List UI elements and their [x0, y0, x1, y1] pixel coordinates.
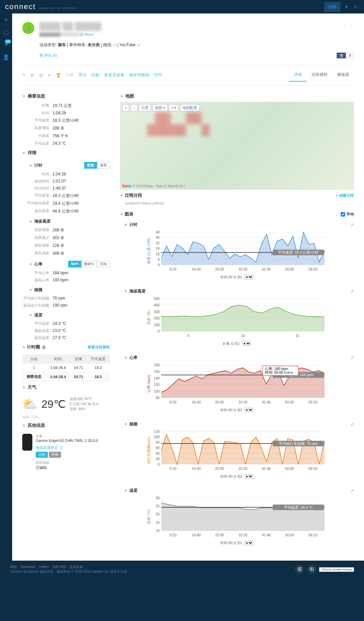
map-layers-button[interactable]: ≡ ▾: [169, 104, 179, 111]
svg-text:5: 5: [187, 334, 189, 338]
map-provider-button[interactable]: 百度: [139, 104, 151, 111]
bpm-pill[interactable]: bpm: [68, 261, 81, 267]
tab-segments[interactable]: 分段资料: [307, 68, 332, 82]
svg-text:20: 20: [156, 457, 160, 461]
disable-button[interactable]: 停用: [49, 452, 61, 458]
temp-header[interactable]: ▼温度: [22, 309, 110, 320]
xaxis-select[interactable]: ▾: [244, 540, 253, 545]
sport-button[interactable]: 运动: [324, 2, 340, 12]
star-icon[interactable]: ★: [48, 73, 51, 78]
add-icon[interactable]: +: [352, 4, 359, 9]
chart-svg[interactable]: 081624324048 平均速度: 18.3 公里/小时 8:2016:402…: [120, 229, 354, 273]
segments-header[interactable]: ▼ 过程分段 + 创建分段: [120, 190, 354, 201]
stat-label: 平均温度: [22, 141, 53, 146]
badge-icon-1[interactable]: 值: [295, 565, 304, 574]
expand-icon[interactable]: ⤢: [351, 422, 354, 426]
trophy-icon[interactable]: 🏆: [56, 73, 61, 78]
chart-svg[interactable]: 0100200300400500 51015 高度 (米): [120, 295, 354, 339]
other-header[interactable]: ▼其他信息: [22, 420, 110, 431]
chart-svg[interactable]: 1015202530 平均温度: 24.3 °C 8:2016:4025:003…: [120, 495, 354, 539]
stat-value: 164 bpm: [53, 271, 68, 276]
map-config-button[interactable]: 地图配置: [180, 104, 200, 111]
zoom-in-button[interactable]: +: [122, 104, 129, 111]
delete-icon[interactable]: 🗑: [30, 73, 34, 78]
tab-player[interactable]: 播放器: [332, 68, 354, 82]
notifications-icon[interactable]: ✦20: [4, 41, 8, 48]
svg-text:400: 400: [154, 303, 160, 307]
brand-logo: connect: [5, 2, 36, 11]
expand-icon[interactable]: ⤢: [351, 289, 354, 293]
expand-icon[interactable]: ⤢: [351, 356, 354, 360]
comments-link[interactable]: 赞 评论 (0): [39, 53, 57, 58]
weather-header[interactable]: ▼天气: [22, 382, 110, 393]
svg-text:100: 100: [154, 323, 160, 327]
badge-icon-2[interactable]: 佢: [307, 565, 316, 574]
expand-icon[interactable]: ⤢: [351, 223, 354, 227]
hr-header[interactable]: ▼心率 bpm最高%区间: [22, 257, 110, 270]
summary-header[interactable]: ▼摘要信息: [22, 90, 110, 102]
create-segment-link[interactable]: + 创建分段: [336, 193, 354, 198]
map-header[interactable]: ▼地图: [120, 90, 354, 102]
timing-header[interactable]: ▼计时 配速速度: [22, 159, 110, 171]
xaxis-select[interactable]: ▾: [244, 275, 253, 280]
pace-pill[interactable]: 配速: [84, 162, 97, 169]
view-segments-link[interactable]: 查看分段资料: [88, 345, 110, 350]
laps-header[interactable]: ▼ 计时圈 1 查看分段资料: [22, 341, 110, 353]
svg-text:41:40: 41:40: [262, 267, 271, 271]
enable-button[interactable]: 启用: [36, 452, 48, 458]
edit-icon[interactable]: ✎: [22, 73, 26, 78]
compare-link[interactable]: 比较: [91, 72, 99, 78]
chart-icon[interactable]: ▥: [39, 73, 43, 78]
weather-details: 温度感觉 36°C6 公里/小时 南 风力湿度: 84%: [70, 396, 99, 412]
avg-toggle[interactable]: 平均: [341, 212, 354, 217]
map-type-button[interactable]: 地图 ▾: [152, 104, 168, 111]
xaxis-select[interactable]: ▾: [244, 474, 253, 479]
svg-text:心率: 180 bpm: 心率: 180 bpm: [265, 367, 288, 371]
stat-value: 19.4 公里/小时: [53, 201, 79, 206]
tab-details[interactable]: 详情: [289, 68, 307, 82]
zone-pill[interactable]: 区间: [97, 261, 110, 267]
chart-title[interactable]: ▼海拔高度⤢: [120, 286, 354, 295]
menu-icon[interactable]: ≡: [4, 17, 7, 23]
svg-text:120: 120: [154, 429, 160, 433]
elevation-header[interactable]: ▼海拔高度: [22, 215, 110, 226]
stat-value: 18.3 公里/小时: [53, 118, 79, 123]
device-name: Garmin Edge510 CHN-TWN, 2.20.0.0: [36, 439, 98, 443]
map-canvas[interactable]: + − 百度 地图 ▾ ≡ ▾ 地图配置 ▟▙▞▚ Baidu © 2014 B…: [120, 102, 354, 190]
chart-title[interactable]: ▼踏频⤢: [120, 419, 354, 428]
maxpct-pill[interactable]: 最高%: [81, 261, 97, 267]
chart-title[interactable]: ▼计时⤢: [120, 220, 354, 229]
svg-text:50:00: 50:00: [285, 400, 294, 404]
stat-label: 时间: [22, 111, 53, 116]
segment-status: [segment.status.yellow]: [125, 201, 354, 205]
print-link[interactable]: 打印: [154, 72, 162, 78]
facebook-like-button[interactable]: 赞: [337, 53, 346, 58]
svg-text:48: 48: [156, 230, 160, 234]
table-row[interactable]: 11:04:28.419.7118.3: [22, 364, 110, 372]
save-route-link[interactable]: 保存为路线: [129, 72, 149, 78]
info-icon[interactable]: ⓘ: [59, 446, 63, 450]
table-row-summary: 摘要信息1:04:28.419.7118.3: [22, 372, 110, 382]
speed-pill[interactable]: 速度: [97, 162, 110, 169]
truste-badge[interactable]: TRUSTe Certified Privacy: [319, 567, 354, 572]
send-device-link[interactable]: 发送至设备: [104, 72, 124, 78]
expand-icon[interactable]: ⤢: [351, 488, 354, 493]
charts-header[interactable]: ▼ 图表: [120, 211, 133, 217]
svg-text:平均速度: 18.3 公里/小时: 平均速度: 18.3 公里/小时: [278, 250, 319, 254]
inbox-icon[interactable]: ▢: [4, 29, 9, 35]
profile-icon[interactable]: 👤: [3, 54, 9, 60]
svg-text:10: 10: [156, 529, 160, 533]
next-activity-button[interactable]: ›: [348, 22, 354, 27]
xaxis-select[interactable]: ▾: [242, 341, 251, 346]
chart-svg[interactable]: 020406080100120 平均自行车踏频: 76 rpm 8:2016:4…: [120, 428, 354, 472]
zoom-out-button[interactable]: −: [130, 104, 137, 111]
prev-activity-button[interactable]: ‹: [341, 22, 347, 27]
dropdown-icon[interactable]: ▾: [343, 4, 350, 9]
cadence-header[interactable]: ▼踏频: [22, 284, 110, 295]
chart-title[interactable]: ▼温度⤢: [120, 486, 354, 495]
chart-svg[interactable]: 80100120140160180 平均心率: 164 bpm 心率: 180 …: [120, 362, 354, 406]
export-link[interactable]: 导出: [79, 72, 87, 78]
chart-title[interactable]: ▼心率⤢: [120, 353, 354, 362]
xaxis-select[interactable]: ▾: [244, 407, 253, 413]
details-header[interactable]: ▼详情: [22, 147, 110, 159]
